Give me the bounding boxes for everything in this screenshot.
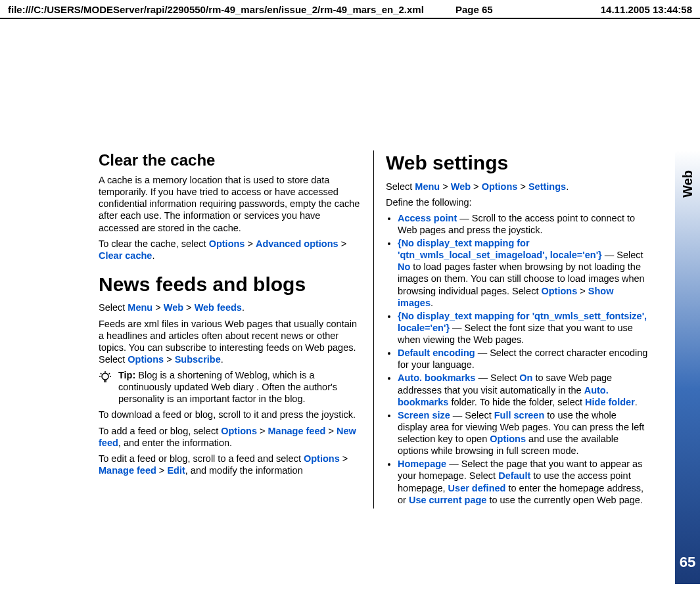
cache-clear-instruction: To clear the cache, select Options > Adv… bbox=[99, 238, 362, 261]
list-item: Homepage — Select the page that you want… bbox=[398, 458, 649, 506]
options-label: Options bbox=[482, 181, 518, 192]
define-following: Define the following: bbox=[386, 196, 649, 208]
page-number: 65 bbox=[680, 554, 695, 571]
edit-label: Edit bbox=[167, 465, 185, 476]
list-item: Access point — Scroll to the access poin… bbox=[398, 212, 649, 236]
use-current-page-label: Use current page bbox=[409, 495, 486, 505]
list-item: Screen size — Select Full screen to use … bbox=[398, 409, 649, 457]
heading-clear-cache: Clear the cache bbox=[99, 150, 362, 170]
options-label: Options bbox=[209, 238, 245, 249]
edit-feed-instruction: To edit a feed or blog, scroll to a feed… bbox=[99, 453, 362, 476]
options-label: Options bbox=[541, 286, 577, 296]
lightbulb-icon bbox=[99, 371, 112, 405]
settings-label: Settings bbox=[528, 181, 566, 192]
list-item: Default encoding — Select the correct ch… bbox=[398, 347, 649, 371]
web-label: Web bbox=[451, 181, 471, 192]
web-label: Web bbox=[164, 302, 183, 313]
svg-line-5 bbox=[109, 373, 110, 374]
default-encoding-label: Default encoding bbox=[398, 348, 475, 358]
auto-bookmarks-label: Auto. bookmarks bbox=[398, 373, 475, 383]
page-body: Clear the cache A cache is a memory loca… bbox=[0, 19, 700, 610]
screen-size-label: Screen size bbox=[398, 410, 450, 420]
print-header: file:///C:/USERS/MODEServer/rapi/2290550… bbox=[0, 0, 700, 19]
news-desc: Feeds are xml files in various Web pages… bbox=[99, 318, 362, 366]
user-defined-label: User defined bbox=[448, 483, 506, 493]
right-column: Web settings Select Menu > Web > Options… bbox=[374, 150, 649, 509]
default-label: Default bbox=[498, 470, 530, 481]
on-label: On bbox=[519, 373, 532, 383]
svg-point-0 bbox=[102, 373, 108, 380]
options-label: Options bbox=[490, 434, 526, 444]
left-column: Clear the cache A cache is a memory loca… bbox=[99, 150, 374, 509]
download-instruction: To download a feed or blog, scroll to it… bbox=[99, 409, 362, 420]
list-item: {No display_text mapping for 'qtn_wmls_s… bbox=[398, 310, 649, 346]
settings-list: Access point — Scroll to the access poin… bbox=[386, 212, 649, 506]
menu-label: Menu bbox=[415, 181, 440, 192]
page-indicator: Page 65 bbox=[455, 4, 561, 15]
options-label: Options bbox=[221, 426, 257, 436]
subscribe-label: Subscribe bbox=[175, 354, 221, 365]
web-feeds-label: Web feeds bbox=[195, 302, 242, 313]
cache-desc: A cache is a memory location that is use… bbox=[99, 174, 362, 234]
heading-web-settings: Web settings bbox=[386, 150, 649, 175]
manage-feed-label: Manage feed bbox=[268, 426, 326, 436]
menu-label: Menu bbox=[128, 302, 152, 313]
list-item: {No display_text mapping for 'qtn_wmls_l… bbox=[398, 237, 649, 309]
tip-block: Tip: Blog is a shortening of Weblog, whi… bbox=[99, 369, 362, 405]
imageload-label: {No display_text mapping for 'qtn_wmls_l… bbox=[398, 238, 602, 260]
hide-folder-label: Hide folder bbox=[585, 397, 635, 407]
options-label: Options bbox=[304, 453, 340, 464]
heading-news-feeds: News feeds and blogs bbox=[99, 272, 362, 297]
thumb-tab: Web 65 bbox=[675, 150, 700, 584]
svg-line-4 bbox=[101, 373, 102, 374]
advanced-options-label: Advanced options bbox=[256, 238, 338, 249]
homepage-label: Homepage bbox=[398, 459, 446, 469]
section-tab-label: Web bbox=[680, 170, 695, 198]
manage-feed-label: Manage feed bbox=[99, 465, 156, 476]
no-label: No bbox=[398, 261, 410, 272]
list-item: Auto. bookmarks — Select On to save Web … bbox=[398, 372, 649, 407]
add-feed-instruction: To add a feed or blog, select Options > … bbox=[99, 425, 362, 449]
access-point-label: Access point bbox=[398, 213, 457, 223]
clear-cache-label: Clear cache bbox=[99, 250, 152, 261]
options-label: Options bbox=[128, 354, 164, 365]
file-path: file:///C:/USERS/MODEServer/rapi/2290550… bbox=[8, 4, 455, 15]
settings-select-path: Select Menu > Web > Options > Settings. bbox=[386, 181, 649, 192]
datetime: 14.11.2005 13:44:58 bbox=[561, 4, 692, 15]
news-select-path: Select Menu > Web > Web feeds. bbox=[99, 302, 362, 313]
full-screen-label: Full screen bbox=[494, 410, 545, 420]
tip-text: Tip: Blog is a shortening of Weblog, whi… bbox=[118, 369, 362, 405]
